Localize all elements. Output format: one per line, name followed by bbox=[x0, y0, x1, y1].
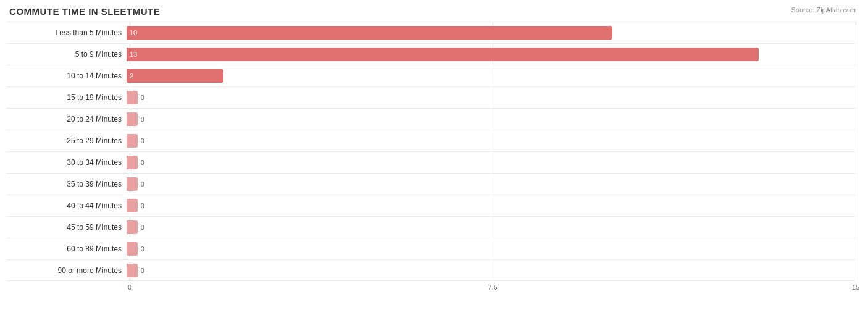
bar-label: Less than 5 Minutes bbox=[6, 28, 127, 37]
x-axis-tick: 15 bbox=[852, 283, 859, 291]
bar-track: 0 bbox=[127, 87, 856, 108]
bar-value: 0 bbox=[141, 137, 144, 145]
bar-row: 60 to 89 Minutes0 bbox=[6, 238, 856, 259]
bar-value: 0 bbox=[141, 224, 144, 231]
bars-section: Less than 5 Minutes105 to 9 Minutes1310 … bbox=[6, 22, 856, 281]
bar-value: 0 bbox=[141, 159, 144, 166]
bar-fill: 13 bbox=[127, 48, 759, 61]
source-label: Source: ZipAtlas.com bbox=[791, 6, 856, 14]
bar-row: 90 or more Minutes0 bbox=[6, 259, 856, 281]
bar-row: 30 to 34 Minutes0 bbox=[6, 151, 856, 173]
bar-track: 2 bbox=[127, 65, 856, 86]
bar-track: 0 bbox=[127, 238, 856, 259]
bar-value: 10 bbox=[130, 29, 137, 36]
bar-row: Less than 5 Minutes10 bbox=[6, 22, 856, 43]
bar-value: 0 bbox=[141, 245, 144, 253]
chart-title: COMMUTE TIME IN SLEETMUTE bbox=[6, 6, 856, 17]
bar-label: 15 to 19 Minutes bbox=[6, 93, 127, 102]
bar-row: 35 to 39 Minutes0 bbox=[6, 173, 856, 195]
bar-label: 45 to 59 Minutes bbox=[6, 223, 127, 232]
bar-fill bbox=[127, 112, 138, 126]
bar-label: 60 to 89 Minutes bbox=[6, 245, 127, 253]
bar-fill bbox=[127, 199, 138, 212]
grid-line bbox=[856, 22, 856, 281]
bar-fill bbox=[127, 177, 138, 191]
bar-label: 90 or more Minutes bbox=[6, 266, 127, 275]
bar-fill bbox=[127, 156, 138, 169]
bar-row: 10 to 14 Minutes2 bbox=[6, 65, 856, 86]
bar-row: 25 to 29 Minutes0 bbox=[6, 130, 856, 151]
bar-fill: 2 bbox=[127, 69, 223, 83]
bar-label: 10 to 14 Minutes bbox=[6, 72, 127, 80]
bar-value: 0 bbox=[141, 180, 144, 188]
bar-track: 0 bbox=[127, 174, 856, 195]
bar-row: 15 to 19 Minutes0 bbox=[6, 86, 856, 108]
bar-value: 2 bbox=[130, 72, 133, 80]
bar-track: 10 bbox=[127, 22, 856, 43]
bar-label: 40 to 44 Minutes bbox=[6, 201, 127, 210]
bar-value: 13 bbox=[130, 51, 137, 58]
bar-label: 35 to 39 Minutes bbox=[6, 180, 127, 188]
bar-label: 20 to 24 Minutes bbox=[6, 115, 127, 124]
bar-track: 0 bbox=[127, 152, 856, 173]
bar-row: 45 to 59 Minutes0 bbox=[6, 216, 856, 238]
bar-track: 0 bbox=[127, 109, 856, 130]
bar-track: 0 bbox=[127, 130, 856, 151]
bar-track: 0 bbox=[127, 260, 856, 280]
chart-container: COMMUTE TIME IN SLEETMUTE Source: ZipAtl… bbox=[0, 0, 868, 323]
bar-track: 13 bbox=[127, 44, 856, 65]
bar-fill bbox=[127, 91, 138, 104]
bar-fill bbox=[127, 220, 138, 234]
bar-row: 20 to 24 Minutes0 bbox=[6, 108, 856, 130]
bar-value: 0 bbox=[141, 202, 144, 209]
chart-area: Less than 5 Minutes105 to 9 Minutes1310 … bbox=[6, 22, 856, 289]
x-axis-tick: 7.5 bbox=[488, 283, 497, 291]
x-axis-tick: 0 bbox=[128, 283, 131, 291]
bar-track: 0 bbox=[127, 195, 856, 216]
bar-row: 5 to 9 Minutes13 bbox=[6, 43, 856, 65]
bar-fill bbox=[127, 264, 138, 277]
bar-fill bbox=[127, 242, 138, 256]
bar-label: 25 to 29 Minutes bbox=[6, 136, 127, 145]
bar-fill bbox=[127, 134, 138, 148]
bar-track: 0 bbox=[127, 217, 856, 238]
bar-row: 40 to 44 Minutes0 bbox=[6, 195, 856, 216]
bar-value: 0 bbox=[141, 115, 144, 123]
bar-value: 0 bbox=[141, 267, 144, 274]
x-axis: 07.515 bbox=[130, 283, 856, 289]
bar-value: 0 bbox=[141, 94, 144, 101]
bar-label: 30 to 34 Minutes bbox=[6, 158, 127, 167]
bar-label: 5 to 9 Minutes bbox=[6, 50, 127, 59]
bar-fill: 10 bbox=[127, 26, 612, 40]
